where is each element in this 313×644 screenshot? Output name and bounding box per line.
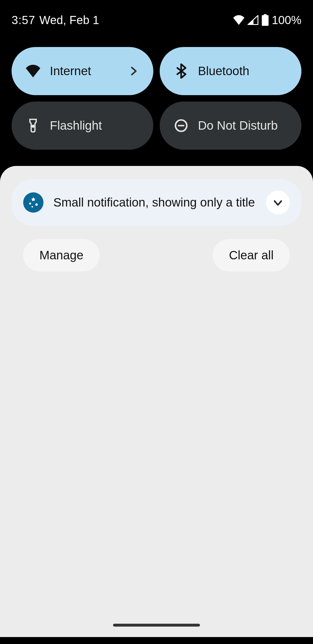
qs-tile-label: Internet — [50, 64, 118, 78]
flashlight-icon — [26, 118, 41, 133]
clear-all-button[interactable]: Clear all — [213, 239, 290, 272]
notification-shade: Small notification, showing only a title… — [0, 166, 313, 637]
svg-point-0 — [32, 125, 34, 127]
svg-point-3 — [29, 202, 31, 205]
do-not-disturb-icon — [174, 118, 189, 133]
battery-percent: 100% — [272, 14, 301, 27]
status-time: 3:57 — [12, 14, 35, 27]
wifi-icon — [26, 64, 41, 79]
notification-expand-button[interactable] — [266, 191, 290, 214]
shade-actions-row: Manage Clear all — [12, 226, 301, 272]
status-bar-right: 100% — [233, 14, 301, 27]
manage-button-label: Manage — [39, 248, 83, 262]
bluetooth-icon — [174, 64, 189, 79]
chevron-right-icon[interactable] — [127, 65, 139, 77]
notification-card[interactable]: Small notification, showing only a title — [12, 179, 301, 226]
wifi-icon — [233, 15, 245, 25]
qs-tile-label: Bluetooth — [198, 64, 287, 78]
svg-point-5 — [32, 206, 33, 207]
quick-settings-panel: Internet Bluetooth Flashlight Do Not Dis… — [0, 32, 313, 166]
gesture-nav-handle[interactable] — [113, 624, 200, 627]
qs-tile-flashlight[interactable]: Flashlight — [12, 102, 153, 150]
qs-tile-internet[interactable]: Internet — [12, 47, 153, 95]
qs-tile-label: Flashlight — [50, 119, 139, 133]
manage-button[interactable]: Manage — [23, 239, 100, 272]
status-bar-left: 3:57 Wed, Feb 1 — [12, 14, 99, 27]
svg-point-4 — [35, 203, 38, 206]
notification-app-icon — [23, 192, 43, 213]
qs-tile-dnd[interactable]: Do Not Disturb — [160, 102, 301, 150]
qs-tile-label: Do Not Disturb — [198, 119, 287, 133]
status-bar: 3:57 Wed, Feb 1 100% — [0, 0, 313, 32]
cellular-signal-icon — [248, 15, 259, 25]
status-date: Wed, Feb 1 — [39, 14, 99, 27]
qs-tile-bluetooth[interactable]: Bluetooth — [160, 47, 301, 95]
clear-all-button-label: Clear all — [229, 248, 274, 262]
notification-title: Small notification, showing only a title — [53, 196, 256, 209]
battery-icon — [261, 14, 269, 26]
